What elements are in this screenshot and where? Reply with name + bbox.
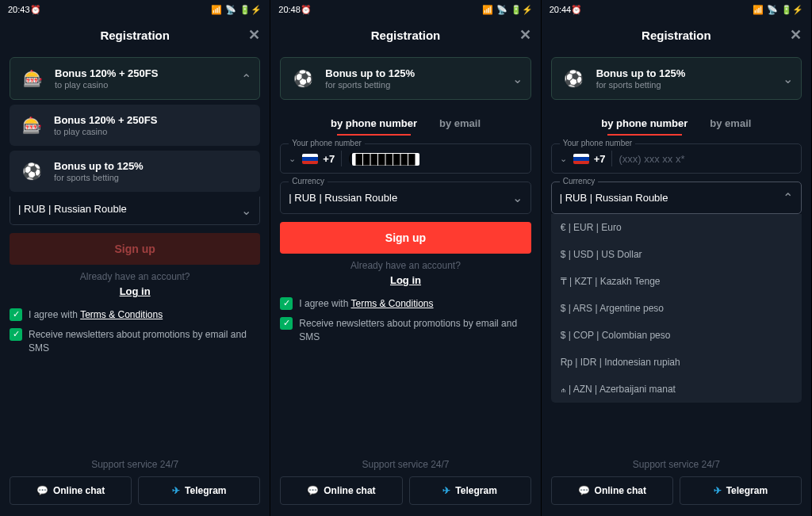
login-link[interactable]: Log in	[10, 285, 260, 297]
agree-row: ✓ I agree with Terms & Conditions	[280, 297, 530, 311]
already-text: Already have an account?	[280, 260, 530, 271]
bonus-title: Bonus up to 125%	[596, 67, 783, 79]
newsletter-text: Receive newsletters about promotions by …	[299, 317, 530, 344]
chevron-down-icon[interactable]: ⌄	[560, 154, 567, 164]
online-chat-button[interactable]: 💬 Online chat	[551, 476, 673, 505]
currency-option[interactable]: Rp | IDR | Indonesian rupiah	[551, 349, 802, 376]
tab-email[interactable]: by email	[707, 113, 754, 134]
field-label: Your phone number	[560, 139, 635, 147]
wifi-icon: 📡	[767, 5, 778, 15]
casino-chips-icon: 🎰	[18, 64, 47, 93]
terms-link[interactable]: Terms & Conditions	[80, 309, 163, 320]
wifi-icon: 📡	[496, 5, 508, 15]
flag-russia-icon	[573, 154, 589, 164]
online-chat-button[interactable]: 💬 Online chat	[280, 476, 402, 505]
currency-option[interactable]: $ | ARS | Argentine peso	[551, 295, 802, 322]
bonus-sub: for sports betting	[596, 80, 783, 90]
chevron-down-icon: ⌄	[241, 203, 251, 218]
signal-icon: 📶	[482, 5, 493, 15]
page-title: Registration	[642, 29, 711, 42]
field-label: Currency	[560, 177, 599, 185]
close-icon[interactable]: ✕	[519, 26, 531, 44]
agree-row: ✓ I agree with Terms & Conditions	[10, 308, 260, 322]
bonus-sub: to play casino	[55, 80, 241, 90]
battery-icon: 🔋⚡	[239, 5, 262, 15]
phone-value: (████████	[348, 151, 419, 166]
close-icon[interactable]: ✕	[248, 26, 260, 44]
country-code[interactable]: +7	[573, 153, 606, 165]
bonus-sports-selected[interactable]: ⚽ Bonus up to 125% for sports betting ⌄	[551, 57, 802, 100]
bonus-title: Bonus up to 125%	[325, 67, 511, 79]
already-text: Already have an account?	[10, 271, 260, 282]
telegram-icon: ✈	[172, 485, 180, 496]
sports-ball-icon: ⚽	[17, 157, 46, 185]
signup-button[interactable]: Sign up	[280, 222, 530, 254]
modal-header: Registration ✕	[270, 19, 540, 51]
telegram-button[interactable]: ✈ Telegram	[138, 476, 260, 505]
currency-field[interactable]: Currency | RUB | Russian Rouble ⌃	[551, 182, 802, 214]
chevron-down-icon[interactable]: ⌄	[289, 154, 296, 164]
phone-field: Your phone number ⌄ +7	[551, 143, 802, 174]
signal-icon: 📶	[753, 5, 764, 15]
newsletter-row: ✓ Receive newsletters about promotions b…	[10, 328, 260, 355]
currency-field[interactable]: Currency | RUB | Russian Rouble ⌄	[280, 182, 530, 214]
close-icon[interactable]: ✕	[790, 26, 802, 44]
currency-dropdown: € | EUR | Euro $ | USD | US Dollar ₸ | K…	[551, 214, 802, 403]
tab-phone[interactable]: by phone number	[598, 113, 691, 134]
modal-header: Registration ✕	[542, 19, 811, 51]
currency-option[interactable]: ₼ | AZN | Azerbaijani manat	[551, 376, 802, 403]
chevron-down-icon: ⌄	[512, 190, 523, 205]
chevron-down-icon: ⌄	[783, 71, 793, 86]
newsletter-text: Receive newsletters about promotions by …	[29, 328, 260, 355]
support-text: Support service 24/7	[280, 459, 530, 470]
modal-header: Registration ✕	[0, 19, 270, 51]
phone-input[interactable]	[619, 153, 793, 165]
wifi-icon: 📡	[225, 5, 236, 15]
bonus-sub: to play casino	[54, 127, 252, 136]
currency-option[interactable]: ₸ | KZT | Kazakh Tenge	[551, 268, 802, 295]
bonus-title: Bonus 120% + 250FS	[54, 114, 252, 126]
telegram-icon: ✈	[714, 485, 722, 496]
casino-chips-icon: 🎰	[17, 111, 46, 140]
login-link[interactable]: Log in	[280, 274, 530, 286]
bonus-title: Bonus 120% + 250FS	[55, 67, 241, 79]
screen-1: 20:43 ⏰ 📶 📡 🔋⚡ Registration ✕ 🎰 Bonus 12…	[0, 0, 270, 516]
newsletter-checkbox[interactable]: ✓	[280, 317, 293, 330]
currency-option[interactable]: $ | USD | US Dollar	[551, 241, 802, 268]
bonus-sub: for sports betting	[325, 80, 511, 90]
newsletter-row: ✓ Receive newsletters about promotions b…	[280, 317, 530, 344]
agree-checkbox[interactable]: ✓	[280, 297, 293, 310]
bonus-casino-selected[interactable]: 🎰 Bonus 120% + 250FS to play casino ⌃	[10, 57, 260, 100]
bonus-sports-option[interactable]: ⚽ Bonus up to 125% for sports betting	[10, 151, 260, 192]
status-bar: 20:44 ⏰ 📶 📡 🔋⚡	[542, 0, 811, 19]
alarm-icon: ⏰	[301, 5, 312, 15]
currency-option[interactable]: € | EUR | Euro	[551, 214, 802, 241]
terms-link[interactable]: Terms & Conditions	[350, 298, 433, 309]
signup-button[interactable]: Sign up	[10, 233, 260, 265]
country-code[interactable]: +7	[302, 153, 335, 165]
alarm-icon: ⏰	[30, 5, 41, 15]
telegram-button[interactable]: ✈ Telegram	[409, 476, 531, 505]
status-bar: 20:43 ⏰ 📶 📡 🔋⚡	[0, 0, 270, 19]
bonus-casino-option[interactable]: 🎰 Bonus 120% + 250FS to play casino	[10, 105, 260, 146]
status-time: 20:44	[550, 5, 572, 14]
bonus-sports-selected[interactable]: ⚽ Bonus up to 125% for sports betting ⌄	[280, 57, 530, 100]
auth-tabs: by phone number by email	[280, 113, 530, 134]
auth-tabs: by phone number by email	[551, 113, 802, 134]
currency-select-partial[interactable]: | RUB | Russian Rouble ⌄	[10, 197, 260, 225]
screen-3: 20:44 ⏰ 📶 📡 🔋⚡ Registration ✕ ⚽ Bonus up…	[542, 0, 812, 516]
agree-checkbox[interactable]: ✓	[10, 308, 22, 321]
newsletter-checkbox[interactable]: ✓	[10, 328, 22, 341]
footer: Support service 24/7 💬 Online chat ✈ Tel…	[270, 451, 540, 516]
currency-option[interactable]: $ | COP | Colombian peso	[551, 322, 802, 349]
currency-value: | RUB | Russian Rouble	[289, 192, 397, 204]
tab-email[interactable]: by email	[436, 113, 484, 134]
tab-phone[interactable]: by phone number	[327, 113, 420, 134]
battery-icon: 🔋⚡	[511, 5, 533, 15]
chat-icon: 💬	[307, 485, 319, 496]
telegram-button[interactable]: ✈ Telegram	[680, 476, 802, 505]
chat-icon: 💬	[36, 485, 48, 496]
online-chat-button[interactable]: 💬 Online chat	[10, 476, 132, 505]
chevron-up-icon: ⌃	[241, 71, 251, 86]
currency-value: | RUB | Russian Rouble	[18, 203, 127, 218]
